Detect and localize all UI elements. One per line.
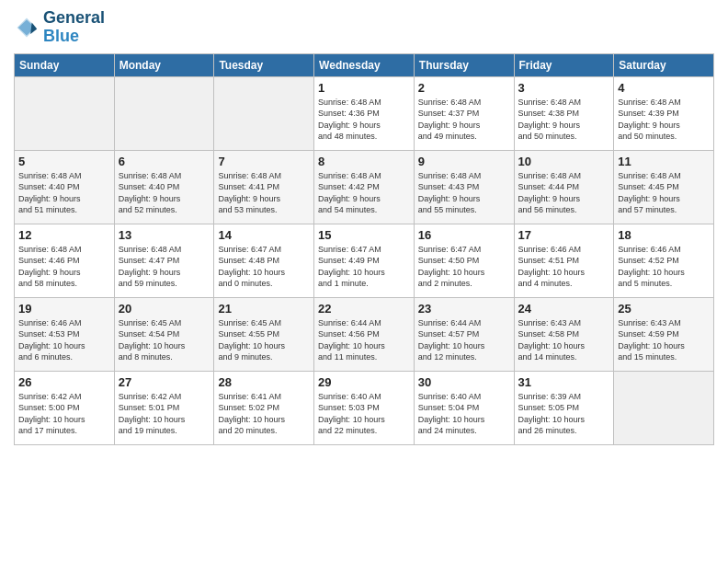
day-number: 30 xyxy=(418,375,510,389)
calendar-cell: 1Sunrise: 6:48 AM Sunset: 4:36 PM Daylig… xyxy=(314,76,415,150)
calendar-cell: 19Sunrise: 6:46 AM Sunset: 4:53 PM Dayli… xyxy=(15,297,115,371)
calendar-cell: 30Sunrise: 6:40 AM Sunset: 5:04 PM Dayli… xyxy=(414,371,514,444)
calendar-cell xyxy=(114,76,214,150)
weekday-tuesday: Tuesday xyxy=(214,53,314,76)
calendar-cell: 25Sunrise: 6:43 AM Sunset: 4:59 PM Dayli… xyxy=(614,297,714,371)
calendar-cell: 27Sunrise: 6:42 AM Sunset: 5:01 PM Dayli… xyxy=(114,371,214,444)
day-number: 29 xyxy=(318,375,410,389)
day-info: Sunrise: 6:47 AM Sunset: 4:50 PM Dayligh… xyxy=(418,244,510,290)
calendar-cell: 18Sunrise: 6:46 AM Sunset: 4:52 PM Dayli… xyxy=(614,224,714,297)
day-number: 26 xyxy=(18,375,110,389)
calendar-cell: 31Sunrise: 6:39 AM Sunset: 5:05 PM Dayli… xyxy=(514,371,614,444)
calendar-cell: 16Sunrise: 6:47 AM Sunset: 4:50 PM Dayli… xyxy=(414,224,514,297)
calendar-cell: 12Sunrise: 6:48 AM Sunset: 4:46 PM Dayli… xyxy=(15,224,115,297)
day-info: Sunrise: 6:46 AM Sunset: 4:52 PM Dayligh… xyxy=(618,244,710,290)
day-info: Sunrise: 6:48 AM Sunset: 4:45 PM Dayligh… xyxy=(618,170,710,216)
day-info: Sunrise: 6:42 AM Sunset: 5:01 PM Dayligh… xyxy=(119,391,210,437)
day-info: Sunrise: 6:46 AM Sunset: 4:53 PM Dayligh… xyxy=(18,317,110,363)
calendar-cell: 9Sunrise: 6:48 AM Sunset: 4:43 PM Daylig… xyxy=(414,150,514,224)
weekday-header-row: SundayMondayTuesdayWednesdayThursdayFrid… xyxy=(15,53,714,76)
day-info: Sunrise: 6:43 AM Sunset: 4:58 PM Dayligh… xyxy=(518,317,610,363)
day-info: Sunrise: 6:44 AM Sunset: 4:56 PM Dayligh… xyxy=(318,317,410,363)
day-number: 5 xyxy=(18,155,110,168)
day-number: 28 xyxy=(218,375,310,389)
day-info: Sunrise: 6:48 AM Sunset: 4:43 PM Dayligh… xyxy=(418,170,510,216)
calendar-cell: 28Sunrise: 6:41 AM Sunset: 5:02 PM Dayli… xyxy=(214,371,314,444)
week-row-3: 12Sunrise: 6:48 AM Sunset: 4:46 PM Dayli… xyxy=(15,224,714,297)
calendar-cell: 8Sunrise: 6:48 AM Sunset: 4:42 PM Daylig… xyxy=(314,150,415,224)
day-number: 7 xyxy=(218,155,310,168)
weekday-monday: Monday xyxy=(114,53,214,76)
day-info: Sunrise: 6:45 AM Sunset: 4:55 PM Dayligh… xyxy=(218,317,310,363)
day-number: 23 xyxy=(418,302,510,316)
day-number: 6 xyxy=(119,155,210,168)
day-info: Sunrise: 6:39 AM Sunset: 5:05 PM Dayligh… xyxy=(518,391,610,437)
day-info: Sunrise: 6:44 AM Sunset: 4:57 PM Dayligh… xyxy=(418,317,510,363)
calendar-cell: 26Sunrise: 6:42 AM Sunset: 5:00 PM Dayli… xyxy=(15,371,115,444)
day-info: Sunrise: 6:48 AM Sunset: 4:38 PM Dayligh… xyxy=(518,97,610,143)
day-number: 17 xyxy=(518,228,610,242)
calendar-cell: 15Sunrise: 6:47 AM Sunset: 4:49 PM Dayli… xyxy=(314,224,415,297)
calendar-cell: 10Sunrise: 6:48 AM Sunset: 4:44 PM Dayli… xyxy=(514,150,614,224)
day-info: Sunrise: 6:47 AM Sunset: 4:48 PM Dayligh… xyxy=(218,244,310,290)
day-info: Sunrise: 6:42 AM Sunset: 5:00 PM Dayligh… xyxy=(18,391,110,437)
calendar-cell xyxy=(214,76,314,150)
day-number: 22 xyxy=(318,302,410,316)
calendar-cell: 21Sunrise: 6:45 AM Sunset: 4:55 PM Dayli… xyxy=(214,297,314,371)
day-info: Sunrise: 6:48 AM Sunset: 4:39 PM Dayligh… xyxy=(618,97,710,143)
calendar-cell: 20Sunrise: 6:45 AM Sunset: 4:54 PM Dayli… xyxy=(114,297,214,371)
weekday-thursday: Thursday xyxy=(414,53,514,76)
logo-text: General Blue xyxy=(43,9,105,46)
calendar-cell: 13Sunrise: 6:48 AM Sunset: 4:47 PM Dayli… xyxy=(114,224,214,297)
calendar-cell: 4Sunrise: 6:48 AM Sunset: 4:39 PM Daylig… xyxy=(614,76,714,150)
day-number: 1 xyxy=(318,81,410,95)
day-info: Sunrise: 6:40 AM Sunset: 5:03 PM Dayligh… xyxy=(318,391,410,437)
calendar-cell: 3Sunrise: 6:48 AM Sunset: 4:38 PM Daylig… xyxy=(514,76,614,150)
calendar-table: SundayMondayTuesdayWednesdayThursdayFrid… xyxy=(14,53,714,445)
day-info: Sunrise: 6:46 AM Sunset: 4:51 PM Dayligh… xyxy=(518,244,610,290)
day-number: 13 xyxy=(119,228,210,242)
calendar-cell: 17Sunrise: 6:46 AM Sunset: 4:51 PM Dayli… xyxy=(514,224,614,297)
day-number: 10 xyxy=(518,155,610,168)
calendar-cell: 14Sunrise: 6:47 AM Sunset: 4:48 PM Dayli… xyxy=(214,224,314,297)
day-info: Sunrise: 6:48 AM Sunset: 4:47 PM Dayligh… xyxy=(119,244,210,290)
calendar-cell: 7Sunrise: 6:48 AM Sunset: 4:41 PM Daylig… xyxy=(214,150,314,224)
day-info: Sunrise: 6:48 AM Sunset: 4:40 PM Dayligh… xyxy=(18,170,110,216)
weekday-sunday: Sunday xyxy=(15,53,115,76)
day-info: Sunrise: 6:48 AM Sunset: 4:46 PM Dayligh… xyxy=(18,244,110,290)
week-row-4: 19Sunrise: 6:46 AM Sunset: 4:53 PM Dayli… xyxy=(15,297,714,371)
day-number: 20 xyxy=(119,302,210,316)
day-info: Sunrise: 6:48 AM Sunset: 4:41 PM Dayligh… xyxy=(218,170,310,216)
day-number: 21 xyxy=(218,302,310,316)
day-number: 18 xyxy=(618,228,710,242)
day-number: 16 xyxy=(418,228,510,242)
calendar-cell xyxy=(15,76,115,150)
calendar-cell: 22Sunrise: 6:44 AM Sunset: 4:56 PM Dayli… xyxy=(314,297,415,371)
calendar-cell: 2Sunrise: 6:48 AM Sunset: 4:37 PM Daylig… xyxy=(414,76,514,150)
weekday-friday: Friday xyxy=(514,53,614,76)
day-number: 15 xyxy=(318,228,410,242)
day-number: 8 xyxy=(318,155,410,168)
logo: General Blue xyxy=(14,9,105,46)
day-number: 11 xyxy=(618,155,710,168)
calendar-cell: 24Sunrise: 6:43 AM Sunset: 4:58 PM Dayli… xyxy=(514,297,614,371)
day-info: Sunrise: 6:43 AM Sunset: 4:59 PM Dayligh… xyxy=(618,317,710,363)
day-info: Sunrise: 6:47 AM Sunset: 4:49 PM Dayligh… xyxy=(318,244,410,290)
calendar-cell: 11Sunrise: 6:48 AM Sunset: 4:45 PM Dayli… xyxy=(614,150,714,224)
day-info: Sunrise: 6:48 AM Sunset: 4:42 PM Dayligh… xyxy=(318,170,410,216)
calendar-cell: 29Sunrise: 6:40 AM Sunset: 5:03 PM Dayli… xyxy=(314,371,415,444)
day-info: Sunrise: 6:41 AM Sunset: 5:02 PM Dayligh… xyxy=(218,391,310,437)
day-info: Sunrise: 6:48 AM Sunset: 4:37 PM Dayligh… xyxy=(418,97,510,143)
day-info: Sunrise: 6:48 AM Sunset: 4:40 PM Dayligh… xyxy=(119,170,210,216)
page-container: General Blue SundayMondayTuesdayWednesda… xyxy=(0,0,728,563)
weekday-saturday: Saturday xyxy=(614,53,714,76)
day-number: 2 xyxy=(418,81,510,95)
calendar-cell xyxy=(614,371,714,444)
page-header: General Blue xyxy=(14,9,714,46)
day-info: Sunrise: 6:45 AM Sunset: 4:54 PM Dayligh… xyxy=(119,317,210,363)
week-row-1: 1Sunrise: 6:48 AM Sunset: 4:36 PM Daylig… xyxy=(15,76,714,150)
day-number: 31 xyxy=(518,375,610,389)
day-number: 27 xyxy=(119,375,210,389)
day-number: 25 xyxy=(618,302,710,316)
calendar-cell: 23Sunrise: 6:44 AM Sunset: 4:57 PM Dayli… xyxy=(414,297,514,371)
